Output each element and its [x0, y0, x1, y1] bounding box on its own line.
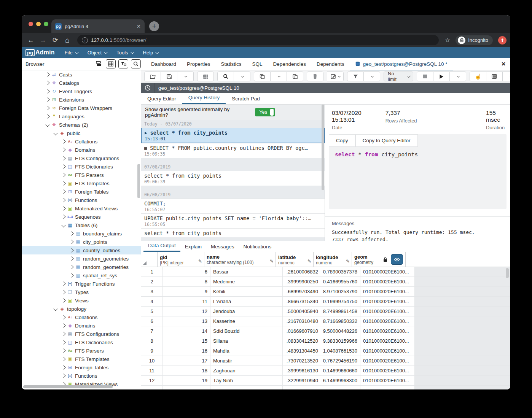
tree-item-public[interactable]: ◈public: [22, 129, 141, 137]
site-info-icon[interactable]: i: [82, 37, 88, 43]
column-header-gid[interactable]: gid [PK] integer ✎: [158, 252, 204, 267]
cell-name[interactable]: Bassar: [210, 267, 283, 277]
twistie-icon[interactable]: [69, 265, 73, 269]
edit-column-icon[interactable]: ✎: [270, 259, 274, 264]
cell-name[interactable]: L'Ariana: [210, 297, 283, 306]
cell-gid[interactable]: 11: [163, 297, 210, 306]
twistie-icon[interactable]: [61, 348, 65, 353]
menu-tools[interactable]: Tools: [116, 50, 133, 56]
cell-name[interactable]: Siliana: [210, 336, 283, 346]
cell-geom[interactable]: 0101000020E6100...: [360, 346, 415, 356]
stop-button[interactable]: [417, 72, 433, 81]
tree-item-extensions[interactable]: ⊞Extensions: [22, 95, 141, 104]
tab-query-tool[interactable]: geo_test/postgres@PostgreSQL 10 *: [350, 57, 453, 71]
cell-geom[interactable]: 0101000020E6100...: [360, 376, 415, 385]
tab-data-output[interactable]: Data Output: [143, 240, 180, 252]
twistie-icon[interactable]: [69, 256, 73, 261]
execute-button[interactable]: [433, 72, 450, 81]
cell-gid[interactable]: 16: [163, 346, 210, 356]
tab-sql[interactable]: SQL: [247, 58, 268, 70]
twistie-icon[interactable]: [61, 181, 65, 185]
copy-query-button[interactable]: Copy: [329, 134, 355, 147]
cell-geom[interactable]: 0101000020E6100...: [360, 297, 415, 306]
cell-name[interactable]: Kasserine: [210, 316, 283, 326]
cell-gid[interactable]: 17: [163, 356, 210, 366]
row-limit-select[interactable]: No limit: [384, 72, 413, 81]
cell-geom[interactable]: 0101000020E6100...: [360, 356, 415, 366]
tree-item-sequences[interactable]: 1..3Sequences: [22, 213, 141, 221]
extension-icon[interactable]: ⬆: [498, 36, 507, 45]
cell-latitude[interactable]: .21670310480: [283, 316, 321, 326]
cell-longitude[interactable]: 6.14699968300: [321, 376, 360, 385]
copy-button[interactable]: [254, 72, 271, 81]
cell-geom[interactable]: 0101000020E6100...: [360, 287, 415, 296]
twistie-icon[interactable]: [45, 89, 49, 93]
cell-longitude[interactable]: 0.14699660660: [321, 366, 360, 375]
save-file-button[interactable]: [161, 72, 177, 81]
filter-button[interactable]: [347, 72, 364, 81]
tree-item-fts-configurations[interactable]: ▤FTS Configurations: [22, 330, 141, 338]
cell-latitude[interactable]: .39999616130: [283, 366, 321, 375]
cell-gid[interactable]: 12: [163, 307, 210, 316]
cell-name[interactable]: Kebili: [210, 287, 283, 296]
tree-item-materialized-views[interactable]: ▣Materialized Views: [22, 204, 141, 213]
tree-item-random-geometries[interactable]: ▦random_geometries: [22, 254, 141, 263]
cell-longitude[interactable]: 9.50000448226: [321, 326, 360, 336]
twistie-icon[interactable]: [61, 332, 65, 336]
tree-item-fts-parsers[interactable]: AaFTS Parsers: [22, 346, 141, 355]
twistie-icon[interactable]: [61, 198, 65, 202]
tree-item-catalogs[interactable]: ❖Catalogs: [22, 79, 141, 87]
view-geometry-eye-button[interactable]: [391, 254, 403, 265]
cell-name[interactable]: Tây Ninh: [210, 376, 283, 385]
twistie-icon[interactable]: [61, 373, 65, 378]
tab-dashboard[interactable]: Dashboard: [146, 58, 182, 70]
history-entry[interactable]: UPDATE public.city_points SET name = 'Fl…: [141, 213, 325, 228]
cell-name[interactable]: Mahdia: [210, 346, 283, 356]
tree-item-domains[interactable]: ◆Domains: [22, 146, 141, 154]
grid-view-icon[interactable]: [106, 59, 116, 68]
find-replace-grid-button[interactable]: [197, 72, 214, 81]
cell-name[interactable]: Monastir: [210, 356, 283, 366]
tree-item-fts-parsers[interactable]: AaFTS Parsers: [22, 171, 141, 179]
cell-gid[interactable]: 19: [163, 376, 210, 385]
tree-item-functions[interactable]: {≡}Functions: [22, 196, 141, 204]
open-file-button[interactable]: [144, 72, 161, 81]
cell-longitude[interactable]: 0.41669955760: [321, 277, 360, 286]
tree-item-event-triggers[interactable]: ↻Event Triggers: [22, 87, 141, 95]
twistie-icon[interactable]: [61, 315, 65, 319]
edit-column-icon[interactable]: ✎: [307, 259, 311, 264]
twistie-icon[interactable]: [69, 248, 73, 252]
cell-geom[interactable]: 0101000020E6100...: [360, 307, 415, 316]
new-tab-button[interactable]: +: [149, 21, 159, 31]
internal-queries-toggle[interactable]: Yes: [255, 108, 275, 116]
twistie-icon[interactable]: [45, 97, 49, 102]
close-window-button[interactable]: [29, 22, 33, 26]
cell-gid[interactable]: 8: [163, 277, 210, 286]
history-entry[interactable]: ▶select * from city_points15:13:01: [141, 128, 325, 143]
cell-geom[interactable]: 0101000020E6100...: [360, 336, 415, 346]
tree-item-functions[interactable]: {≡}Functions: [22, 372, 141, 380]
history-entry[interactable]: COMMIT;16:55:07: [141, 199, 325, 213]
explain-dropdown-button[interactable]: [503, 72, 510, 81]
tree-item-fts-dictionaries[interactable]: ◫FTS Dictionaries: [22, 338, 141, 346]
tab-properties[interactable]: Properties: [182, 58, 216, 70]
cell-geom[interactable]: 0101000020E6100...: [360, 267, 415, 277]
tab-scratch-pad[interactable]: Scratch Pad: [226, 93, 266, 104]
table-row[interactable]: 1219Tây Ninh.322999109406.14699968300010…: [141, 376, 510, 386]
cell-latitude[interactable]: .26100006832: [283, 267, 321, 277]
tree-item-fts-dictionaries[interactable]: ◫FTS Dictionaries: [22, 162, 141, 171]
copy-dropdown-button[interactable]: [271, 72, 287, 81]
delete-button[interactable]: [307, 72, 323, 81]
cell-latitude[interactable]: .73070213520: [283, 356, 321, 366]
search-icon[interactable]: [131, 59, 141, 68]
execute-dropdown-button[interactable]: [450, 72, 466, 81]
tree-vertical-scrollbar[interactable]: [137, 164, 140, 198]
table-row[interactable]: 1118Zaghouan.399996161300.14699660660010…: [141, 366, 510, 376]
tree-item-fts-templates[interactable]: ▣FTS Templates: [22, 355, 141, 363]
tab-messages[interactable]: Messages: [206, 242, 239, 252]
tree-item-city-points[interactable]: ▦city_points: [22, 238, 141, 246]
cell-latitude[interactable]: .50000405940: [283, 307, 321, 316]
cell-longitude[interactable]: 8.71669850332: [321, 316, 360, 326]
twistie-icon[interactable]: [61, 215, 65, 219]
cell-name[interactable]: Zaghouan: [210, 366, 283, 375]
